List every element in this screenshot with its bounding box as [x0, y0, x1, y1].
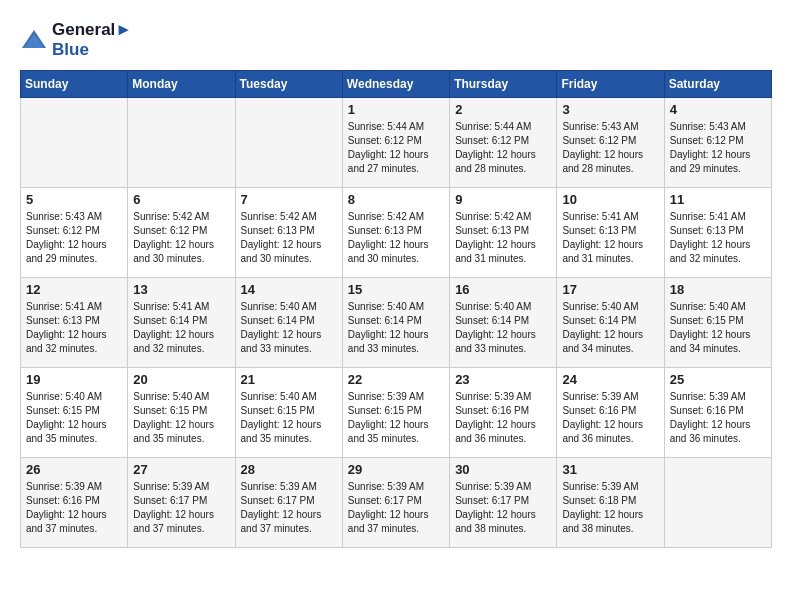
calendar-cell: 25Sunrise: 5:39 AM Sunset: 6:16 PM Dayli…	[664, 368, 771, 458]
weekday-header: Tuesday	[235, 71, 342, 98]
day-info: Sunrise: 5:39 AM Sunset: 6:17 PM Dayligh…	[133, 480, 229, 536]
calendar-cell: 15Sunrise: 5:40 AM Sunset: 6:14 PM Dayli…	[342, 278, 449, 368]
calendar-body: 1Sunrise: 5:44 AM Sunset: 6:12 PM Daylig…	[21, 98, 772, 548]
calendar-cell: 28Sunrise: 5:39 AM Sunset: 6:17 PM Dayli…	[235, 458, 342, 548]
calendar-cell: 8Sunrise: 5:42 AM Sunset: 6:13 PM Daylig…	[342, 188, 449, 278]
day-info: Sunrise: 5:41 AM Sunset: 6:13 PM Dayligh…	[26, 300, 122, 356]
day-info: Sunrise: 5:40 AM Sunset: 6:14 PM Dayligh…	[455, 300, 551, 356]
day-number: 16	[455, 282, 551, 297]
calendar-cell: 11Sunrise: 5:41 AM Sunset: 6:13 PM Dayli…	[664, 188, 771, 278]
calendar-cell	[235, 98, 342, 188]
day-info: Sunrise: 5:39 AM Sunset: 6:17 PM Dayligh…	[241, 480, 337, 536]
day-info: Sunrise: 5:40 AM Sunset: 6:15 PM Dayligh…	[241, 390, 337, 446]
logo-text: General► Blue	[52, 20, 132, 60]
day-info: Sunrise: 5:39 AM Sunset: 6:16 PM Dayligh…	[455, 390, 551, 446]
weekday-header: Thursday	[450, 71, 557, 98]
calendar-cell: 9Sunrise: 5:42 AM Sunset: 6:13 PM Daylig…	[450, 188, 557, 278]
day-info: Sunrise: 5:39 AM Sunset: 6:16 PM Dayligh…	[26, 480, 122, 536]
calendar-cell: 22Sunrise: 5:39 AM Sunset: 6:15 PM Dayli…	[342, 368, 449, 458]
calendar-cell: 6Sunrise: 5:42 AM Sunset: 6:12 PM Daylig…	[128, 188, 235, 278]
calendar-cell: 7Sunrise: 5:42 AM Sunset: 6:13 PM Daylig…	[235, 188, 342, 278]
day-info: Sunrise: 5:39 AM Sunset: 6:16 PM Dayligh…	[562, 390, 658, 446]
day-number: 24	[562, 372, 658, 387]
day-info: Sunrise: 5:42 AM Sunset: 6:13 PM Dayligh…	[241, 210, 337, 266]
day-info: Sunrise: 5:39 AM Sunset: 6:15 PM Dayligh…	[348, 390, 444, 446]
calendar-cell: 5Sunrise: 5:43 AM Sunset: 6:12 PM Daylig…	[21, 188, 128, 278]
day-number: 23	[455, 372, 551, 387]
day-info: Sunrise: 5:40 AM Sunset: 6:14 PM Dayligh…	[241, 300, 337, 356]
calendar-week-row: 1Sunrise: 5:44 AM Sunset: 6:12 PM Daylig…	[21, 98, 772, 188]
day-number: 12	[26, 282, 122, 297]
day-info: Sunrise: 5:44 AM Sunset: 6:12 PM Dayligh…	[455, 120, 551, 176]
day-number: 6	[133, 192, 229, 207]
calendar-cell: 2Sunrise: 5:44 AM Sunset: 6:12 PM Daylig…	[450, 98, 557, 188]
day-number: 31	[562, 462, 658, 477]
day-number: 21	[241, 372, 337, 387]
day-info: Sunrise: 5:39 AM Sunset: 6:17 PM Dayligh…	[348, 480, 444, 536]
calendar-cell: 29Sunrise: 5:39 AM Sunset: 6:17 PM Dayli…	[342, 458, 449, 548]
day-number: 15	[348, 282, 444, 297]
day-number: 9	[455, 192, 551, 207]
weekday-header: Friday	[557, 71, 664, 98]
day-info: Sunrise: 5:40 AM Sunset: 6:15 PM Dayligh…	[670, 300, 766, 356]
calendar-cell	[664, 458, 771, 548]
day-info: Sunrise: 5:39 AM Sunset: 6:18 PM Dayligh…	[562, 480, 658, 536]
day-number: 8	[348, 192, 444, 207]
calendar-week-row: 12Sunrise: 5:41 AM Sunset: 6:13 PM Dayli…	[21, 278, 772, 368]
day-number: 29	[348, 462, 444, 477]
weekday-header: Sunday	[21, 71, 128, 98]
day-number: 30	[455, 462, 551, 477]
day-info: Sunrise: 5:40 AM Sunset: 6:15 PM Dayligh…	[133, 390, 229, 446]
page-header: General► Blue	[20, 20, 772, 60]
day-info: Sunrise: 5:41 AM Sunset: 6:13 PM Dayligh…	[670, 210, 766, 266]
day-number: 17	[562, 282, 658, 297]
day-number: 18	[670, 282, 766, 297]
calendar-cell: 12Sunrise: 5:41 AM Sunset: 6:13 PM Dayli…	[21, 278, 128, 368]
day-number: 19	[26, 372, 122, 387]
day-number: 28	[241, 462, 337, 477]
calendar-week-row: 19Sunrise: 5:40 AM Sunset: 6:15 PM Dayli…	[21, 368, 772, 458]
day-info: Sunrise: 5:41 AM Sunset: 6:14 PM Dayligh…	[133, 300, 229, 356]
calendar-cell: 20Sunrise: 5:40 AM Sunset: 6:15 PM Dayli…	[128, 368, 235, 458]
header-row: SundayMondayTuesdayWednesdayThursdayFrid…	[21, 71, 772, 98]
calendar-cell: 31Sunrise: 5:39 AM Sunset: 6:18 PM Dayli…	[557, 458, 664, 548]
calendar-week-row: 26Sunrise: 5:39 AM Sunset: 6:16 PM Dayli…	[21, 458, 772, 548]
day-info: Sunrise: 5:42 AM Sunset: 6:12 PM Dayligh…	[133, 210, 229, 266]
day-info: Sunrise: 5:39 AM Sunset: 6:17 PM Dayligh…	[455, 480, 551, 536]
day-info: Sunrise: 5:40 AM Sunset: 6:14 PM Dayligh…	[562, 300, 658, 356]
weekday-header: Wednesday	[342, 71, 449, 98]
day-number: 25	[670, 372, 766, 387]
calendar-cell: 30Sunrise: 5:39 AM Sunset: 6:17 PM Dayli…	[450, 458, 557, 548]
logo: General► Blue	[20, 20, 132, 60]
calendar-cell: 4Sunrise: 5:43 AM Sunset: 6:12 PM Daylig…	[664, 98, 771, 188]
day-number: 11	[670, 192, 766, 207]
calendar-cell: 16Sunrise: 5:40 AM Sunset: 6:14 PM Dayli…	[450, 278, 557, 368]
day-info: Sunrise: 5:43 AM Sunset: 6:12 PM Dayligh…	[562, 120, 658, 176]
day-info: Sunrise: 5:41 AM Sunset: 6:13 PM Dayligh…	[562, 210, 658, 266]
weekday-header: Monday	[128, 71, 235, 98]
calendar-cell: 21Sunrise: 5:40 AM Sunset: 6:15 PM Dayli…	[235, 368, 342, 458]
calendar-cell: 1Sunrise: 5:44 AM Sunset: 6:12 PM Daylig…	[342, 98, 449, 188]
weekday-header: Saturday	[664, 71, 771, 98]
day-info: Sunrise: 5:43 AM Sunset: 6:12 PM Dayligh…	[670, 120, 766, 176]
calendar-cell: 3Sunrise: 5:43 AM Sunset: 6:12 PM Daylig…	[557, 98, 664, 188]
calendar-cell: 27Sunrise: 5:39 AM Sunset: 6:17 PM Dayli…	[128, 458, 235, 548]
calendar-cell: 26Sunrise: 5:39 AM Sunset: 6:16 PM Dayli…	[21, 458, 128, 548]
day-number: 4	[670, 102, 766, 117]
day-info: Sunrise: 5:40 AM Sunset: 6:15 PM Dayligh…	[26, 390, 122, 446]
day-number: 14	[241, 282, 337, 297]
day-number: 3	[562, 102, 658, 117]
day-number: 27	[133, 462, 229, 477]
calendar-cell: 19Sunrise: 5:40 AM Sunset: 6:15 PM Dayli…	[21, 368, 128, 458]
day-number: 22	[348, 372, 444, 387]
calendar-cell: 18Sunrise: 5:40 AM Sunset: 6:15 PM Dayli…	[664, 278, 771, 368]
day-info: Sunrise: 5:39 AM Sunset: 6:16 PM Dayligh…	[670, 390, 766, 446]
logo-icon	[20, 26, 48, 54]
day-info: Sunrise: 5:44 AM Sunset: 6:12 PM Dayligh…	[348, 120, 444, 176]
day-number: 2	[455, 102, 551, 117]
calendar-header: SundayMondayTuesdayWednesdayThursdayFrid…	[21, 71, 772, 98]
calendar-cell: 24Sunrise: 5:39 AM Sunset: 6:16 PM Dayli…	[557, 368, 664, 458]
day-number: 5	[26, 192, 122, 207]
day-number: 20	[133, 372, 229, 387]
calendar-cell: 10Sunrise: 5:41 AM Sunset: 6:13 PM Dayli…	[557, 188, 664, 278]
